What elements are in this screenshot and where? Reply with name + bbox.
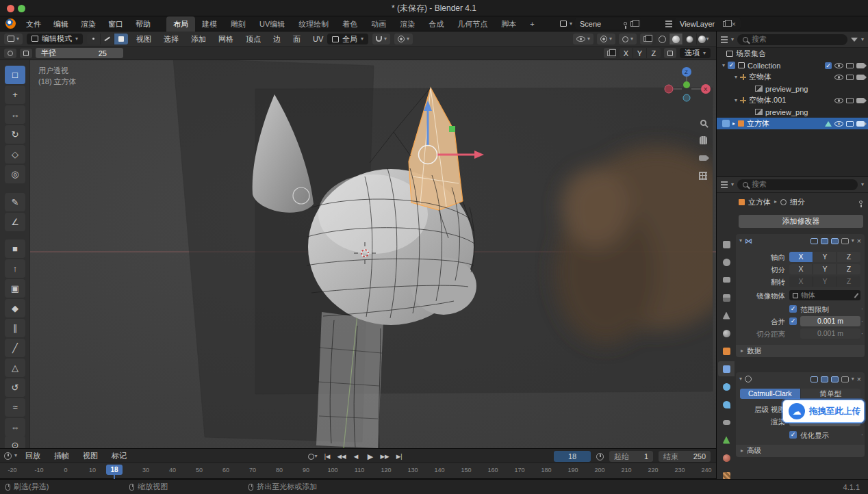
edit-mode-display-toggle-icon[interactable] — [810, 376, 818, 382]
workspace-tab-layout[interactable]: 布局 — [166, 16, 195, 31]
axis-neg-y-dot[interactable] — [683, 94, 690, 101]
bisect-z-button[interactable]: Z — [837, 264, 860, 274]
menu-keying[interactable]: 插帧 — [49, 448, 75, 463]
menu-edge[interactable]: 边 — [269, 31, 285, 47]
frame-start-field[interactable]: 起始 1 — [609, 451, 653, 462]
tool-scale[interactable]: ◇ — [5, 145, 25, 164]
menu-playback[interactable]: 回放 — [20, 448, 46, 463]
workspace-tab-shading[interactable]: 着色 — [335, 16, 364, 31]
edit-mode-display-toggle-icon[interactable] — [810, 238, 818, 244]
current-frame-indicator[interactable]: 18 — [106, 465, 123, 475]
axis-y-button[interactable]: Y — [813, 252, 837, 262]
menu-uv[interactable]: UV — [309, 31, 327, 47]
expand-icon[interactable]: ▾ — [722, 63, 725, 68]
menu-view[interactable]: 视图 — [132, 31, 155, 47]
falloff-projected-button[interactable] — [20, 49, 32, 58]
chevron-down-icon[interactable]: ▾ — [731, 37, 734, 42]
outliner-row-preview-png-2[interactable]: preview_png — [717, 106, 868, 118]
chevron-down-icon[interactable]: ▾ — [861, 37, 864, 42]
pin-id-icon[interactable] — [859, 200, 863, 204]
add-modifier-button[interactable]: 添加修改器 — [739, 215, 863, 228]
mirror-z-button[interactable]: Z — [647, 48, 661, 58]
menu-help[interactable]: 帮助 — [129, 16, 157, 31]
workspace-tab-texture-paint[interactable]: 纹理绘制 — [292, 16, 335, 31]
tool-rotate[interactable]: ↻ — [5, 125, 25, 144]
timeline-editor-icon[interactable] — [4, 452, 12, 460]
tool-loop-cut[interactable]: ∥ — [5, 319, 25, 337]
workspace-tab-geometry-nodes[interactable]: 几何节点 — [450, 16, 494, 31]
disable-viewport-icon[interactable] — [846, 75, 854, 80]
outliner-row-cube-selected[interactable]: ▸ 立方体 — [717, 118, 868, 129]
disable-viewport-icon[interactable] — [846, 63, 854, 68]
pan-button[interactable] — [695, 133, 711, 148]
properties-editor-icon[interactable] — [721, 181, 728, 188]
tool-move[interactable]: ↔ — [5, 105, 25, 124]
blender-logo-icon[interactable] — [5, 18, 16, 29]
current-frame-field[interactable]: 18 — [554, 451, 591, 462]
tool-edge-slide[interactable]: ⇔ — [5, 418, 25, 437]
chevron-down-icon[interactable]: ▾ — [14, 453, 17, 458]
decorator-dot[interactable]: · — [861, 319, 863, 324]
scene-browse-chevron-icon[interactable]: ▾ — [570, 21, 572, 27]
workspace-tab-compositing[interactable]: 合成 — [422, 16, 450, 31]
tab-constraints[interactable] — [718, 415, 735, 430]
edge-select-button[interactable] — [101, 34, 114, 44]
disable-render-icon[interactable] — [856, 98, 865, 103]
flip-z-button[interactable]: Z — [837, 276, 860, 287]
bisect-distance-field[interactable]: 0.001 m — [800, 328, 860, 339]
menu-add[interactable]: 添加 — [187, 31, 210, 47]
overlays-dropdown[interactable]: ▾ — [619, 34, 637, 44]
mirror-icon-button[interactable] — [604, 48, 616, 58]
on-cage-toggle-icon[interactable] — [841, 376, 849, 382]
modifier-extras-icon[interactable]: ▾ — [852, 238, 854, 244]
collapse-icon[interactable]: ▾ — [739, 238, 742, 244]
tool-transform[interactable]: ◎ — [5, 165, 25, 183]
tool-poly-build[interactable]: △ — [5, 359, 25, 377]
new-scene-icon[interactable] — [630, 21, 636, 27]
camera-view-button[interactable] — [695, 151, 711, 166]
tab-tool[interactable] — [718, 237, 735, 252]
bisect-y-button[interactable]: Y — [813, 264, 837, 274]
transform-orientation-selector[interactable]: 全局 ▾ — [327, 34, 368, 44]
decorator-dot[interactable]: · — [861, 307, 863, 312]
collapse-icon[interactable]: ▾ — [739, 376, 742, 382]
realtime-display-toggle-icon[interactable] — [821, 376, 828, 382]
disable-render-icon[interactable] — [856, 75, 865, 80]
close-window-button[interactable] — [7, 5, 14, 12]
object-visibility-dropdown[interactable]: ▾ — [573, 34, 593, 44]
tab-output[interactable] — [718, 272, 735, 287]
snap-toggle-button[interactable]: ▾ — [372, 34, 390, 44]
orthographic-toggle-button[interactable] — [695, 168, 711, 183]
merge-checkbox[interactable]: ✓ — [789, 317, 797, 325]
gizmo-plane-handle[interactable] — [449, 126, 455, 132]
workspace-tab-sculpting[interactable]: 雕刻 — [224, 16, 253, 31]
delete-modifier-icon[interactable]: × — [857, 237, 861, 245]
mirror-y-button[interactable]: Y — [633, 48, 647, 58]
menu-view-timeline[interactable]: 视图 — [77, 448, 103, 463]
outliner-row-collection[interactable]: ▾ ✓ Collection ✓ — [717, 60, 868, 71]
tab-particles[interactable] — [718, 379, 735, 394]
menu-vertex[interactable]: 顶点 — [242, 31, 265, 47]
chevron-down-icon[interactable]: ▾ — [731, 182, 734, 187]
tab-world[interactable] — [718, 326, 735, 341]
menu-face[interactable]: 面 — [289, 31, 305, 47]
menu-edit[interactable]: 编辑 — [47, 16, 75, 31]
collection-checkbox[interactable]: ✓ — [728, 62, 735, 69]
vertex-select-button[interactable] — [87, 34, 101, 44]
tool-select-box[interactable]: □ — [5, 66, 25, 84]
mesh-data-icon[interactable] — [825, 121, 832, 127]
editor-type-button[interactable]: ▾ — [4, 34, 23, 44]
disable-viewport-icon[interactable] — [846, 98, 854, 103]
rendered-shading-button[interactable]: ▾ — [697, 34, 711, 44]
breadcrumb-modifier[interactable]: 细分 — [790, 197, 805, 207]
subdivision-modifier-header[interactable]: ▾ ▾ × — [736, 372, 865, 386]
properties-search-input[interactable]: 搜索 — [737, 179, 858, 190]
auto-keying-button[interactable]: ▾ — [307, 451, 319, 462]
tool-bevel[interactable]: ◆ — [5, 299, 25, 317]
flip-y-button[interactable]: Y — [813, 276, 837, 287]
outliner-editor-icon[interactable] — [721, 36, 728, 43]
mode-selector[interactable]: 编辑模式 ▾ — [27, 34, 83, 44]
tab-object-data[interactable] — [718, 432, 735, 447]
breadcrumb-object[interactable]: 立方体 — [748, 197, 771, 207]
tool-options-dropdown[interactable]: 选项 ▾ — [680, 48, 711, 58]
